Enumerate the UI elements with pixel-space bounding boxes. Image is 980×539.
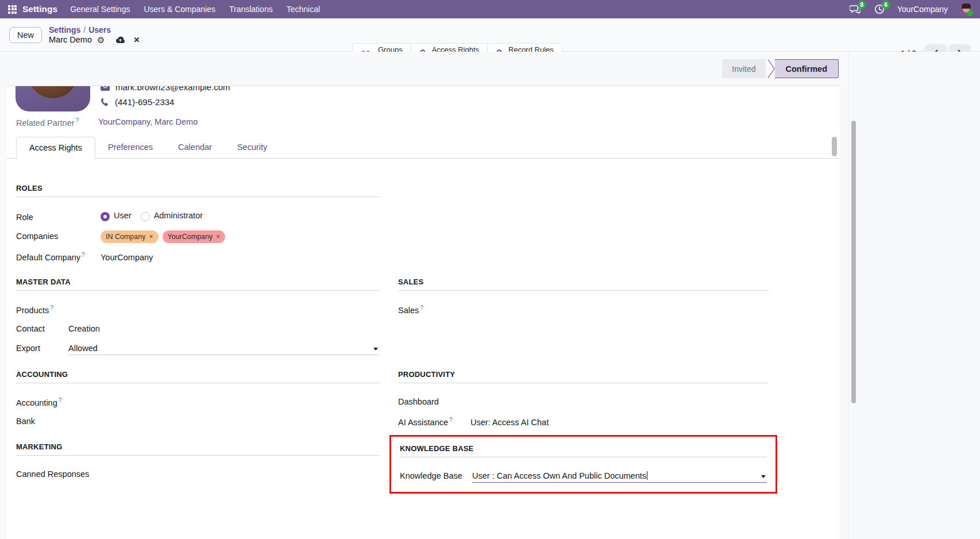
tab-calendar[interactable]: Calendar — [165, 137, 225, 158]
knowledge-base-label: Knowledge Base — [400, 471, 472, 480]
help-marker: ? — [59, 397, 62, 403]
section-sales-title: SALES — [398, 278, 769, 291]
breadcrumb-users-link[interactable]: Users — [88, 25, 111, 34]
online-presence-dot — [967, 10, 973, 16]
tab-access-rights[interactable]: Access Rights — [16, 137, 95, 159]
help-marker: ? — [82, 252, 85, 258]
user-photo-head — [28, 86, 78, 98]
page-scrollbar-thumb[interactable] — [851, 121, 856, 403]
knowledge-base-value: User : Can Access Own And Public Documen… — [472, 471, 646, 480]
status-step-confirmed[interactable]: Confirmed — [775, 59, 839, 78]
statusbar: Invited Confirmed — [722, 59, 839, 78]
accounting-label: Accounting? — [16, 397, 68, 407]
tab-security[interactable]: Security — [225, 137, 280, 158]
status-step-invited[interactable]: Invited — [722, 59, 765, 78]
section-accounting-title: ACCOUNTING — [16, 370, 379, 383]
ai-assistance-row: AI Assistance? User: Access AI Chat — [398, 417, 769, 428]
related-partner-link[interactable]: YourCompany, Marc Demo — [98, 117, 198, 128]
section-productivity-title: PRODUCTIVITY — [398, 370, 769, 383]
apps-grid-icon[interactable] — [8, 5, 17, 14]
phone-icon — [101, 98, 109, 106]
email-link[interactable]: mark.brown23@example.com — [115, 86, 230, 92]
activities-icon[interactable]: 6 — [873, 3, 886, 16]
canned-responses-label: Canned Responses — [16, 469, 89, 479]
contact-label: Contact — [16, 324, 68, 333]
related-partner-row: Related Partner? YourCompany, Marc Demo — [16, 117, 831, 128]
company-switcher[interactable]: YourCompany — [897, 5, 948, 14]
contact-row: Contact Creation — [16, 324, 379, 335]
default-company-row: Default Company? YourCompany — [16, 252, 379, 263]
help-marker: ? — [449, 417, 453, 423]
tag-remove-icon[interactable]: × — [216, 233, 220, 241]
section-master-data-title: MASTER DATA — [16, 278, 379, 291]
form-scrollbar-thumb[interactable] — [832, 137, 837, 156]
menu-users-companies[interactable]: Users & Companies — [144, 5, 215, 14]
new-button[interactable]: New — [9, 27, 42, 43]
status-chevron-icon — [767, 59, 775, 78]
help-marker: ? — [420, 305, 423, 311]
bank-row: Bank — [16, 417, 379, 428]
main-content: Invited Confirmed mark.brown23@example.c… — [0, 52, 980, 539]
radio-unchecked-icon[interactable] — [141, 212, 150, 221]
actions-gear-icon[interactable]: ⚙ — [97, 35, 105, 45]
role-user-label: User — [114, 211, 132, 220]
tag-label: YourCompany — [168, 233, 213, 241]
tab-preferences[interactable]: Preferences — [95, 137, 165, 158]
breadcrumb-current-record: Marc Demo — [49, 35, 92, 45]
save-cloud-icon[interactable] — [115, 36, 125, 44]
role-option-user[interactable]: User — [101, 211, 132, 220]
help-marker: ? — [76, 117, 79, 124]
section-knowledge-base: KNOWLEDGE BASE Knowledge Base User : Can… — [398, 442, 769, 484]
company-tag-in-company[interactable]: IN Company × — [101, 230, 159, 243]
section-roles: ROLES Role User Administrator — [16, 184, 379, 263]
user-avatar[interactable] — [959, 2, 973, 16]
menu-general-settings[interactable]: General Settings — [70, 5, 130, 14]
phone-row: (441)-695-2334 — [101, 97, 831, 107]
section-marketing: MARKETING Canned Responses — [16, 442, 379, 484]
breadcrumb-settings-link[interactable]: Settings — [49, 25, 80, 34]
activities-count-badge: 6 — [882, 1, 890, 9]
role-admin-label: Administrator — [154, 211, 203, 220]
sales-label: Sales? — [398, 305, 450, 315]
role-label: Role — [16, 213, 101, 222]
access-rights-pane: ROLES Role User Administrator — [16, 159, 831, 484]
user-photo[interactable] — [16, 86, 90, 111]
dashboard-label: Dashboard — [398, 397, 470, 406]
default-company-value[interactable]: YourCompany — [101, 253, 153, 262]
envelope-icon — [101, 86, 110, 91]
tag-remove-icon[interactable]: × — [149, 233, 153, 241]
caret-down-icon[interactable] — [761, 475, 766, 478]
companies-row: Companies IN Company × YourCompany × — [16, 230, 379, 243]
discard-changes-icon[interactable]: ✕ — [133, 35, 140, 45]
role-option-administrator[interactable]: Administrator — [141, 211, 203, 220]
company-tag-yourcompany[interactable]: YourCompany × — [163, 230, 226, 243]
section-sales: SALES Sales? — [398, 278, 769, 355]
statusbar-strip: Invited Confirmed — [7, 52, 840, 86]
ai-assistance-value[interactable]: User: Access AI Chat — [470, 418, 549, 427]
section-knowledge-base-title: KNOWLEDGE BASE — [400, 444, 767, 457]
caret-down-icon — [373, 348, 378, 351]
bank-label: Bank — [16, 417, 68, 426]
empty-cell — [398, 184, 769, 263]
canned-responses-row: Canned Responses — [16, 469, 379, 480]
ai-assistance-label: AI Assistance? — [398, 417, 470, 427]
app-name[interactable]: Settings — [22, 4, 57, 14]
messages-count-badge: 8 — [858, 1, 866, 9]
phone-link[interactable]: (441)-695-2334 — [115, 97, 174, 107]
export-select[interactable]: Allowed — [68, 344, 379, 355]
radio-checked-icon[interactable] — [101, 212, 110, 221]
tag-label: IN Company — [106, 233, 145, 241]
breadcrumb-separator: / — [83, 25, 86, 34]
email-row: mark.brown23@example.com — [101, 86, 831, 93]
scrollbar-track-divider — [848, 52, 849, 539]
knowledge-base-select[interactable]: User : Can Access Own And Public Documen… — [472, 471, 767, 483]
control-panel: New Settings/Users Marc Demo ⚙ ✕ — [0, 18, 980, 52]
messages-icon[interactable]: 8 — [849, 3, 862, 16]
export-selected-value: Allowed — [68, 344, 98, 353]
menu-translations[interactable]: Translations — [229, 5, 273, 14]
contact-value[interactable]: Creation — [68, 324, 100, 333]
export-row: Export Allowed — [16, 344, 379, 355]
menu-technical[interactable]: Technical — [287, 5, 320, 14]
related-partner-label: Related Partner? — [16, 117, 89, 128]
products-label: Products? — [16, 305, 68, 315]
